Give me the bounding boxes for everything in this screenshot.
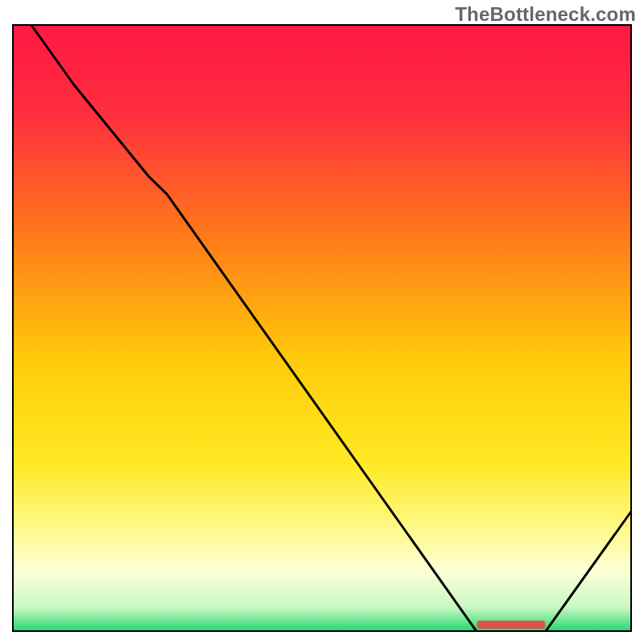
bottleneck-chart <box>12 24 632 632</box>
marker-layer <box>477 621 546 629</box>
optimal-range-marker <box>477 621 546 629</box>
gradient-background <box>12 24 632 632</box>
chart-wrapper: TheBottleneck.com <box>0 0 644 644</box>
watermark-text: TheBottleneck.com <box>455 3 636 26</box>
